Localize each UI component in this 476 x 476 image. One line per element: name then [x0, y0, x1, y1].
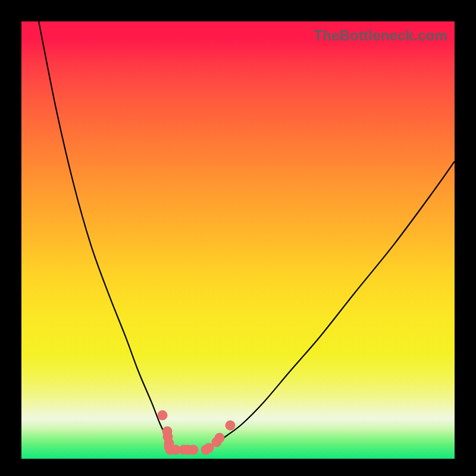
plot-area: TheBottleneck.com — [21, 21, 455, 459]
curve-layer — [21, 21, 455, 459]
chart-frame: TheBottleneck.com — [0, 0, 476, 476]
scatter-dot — [225, 421, 235, 431]
scatter-dot — [157, 410, 167, 420]
scatter-dot — [215, 433, 225, 443]
left-curve — [39, 21, 184, 450]
scatter-dot — [189, 445, 199, 455]
right-curve — [203, 161, 455, 450]
